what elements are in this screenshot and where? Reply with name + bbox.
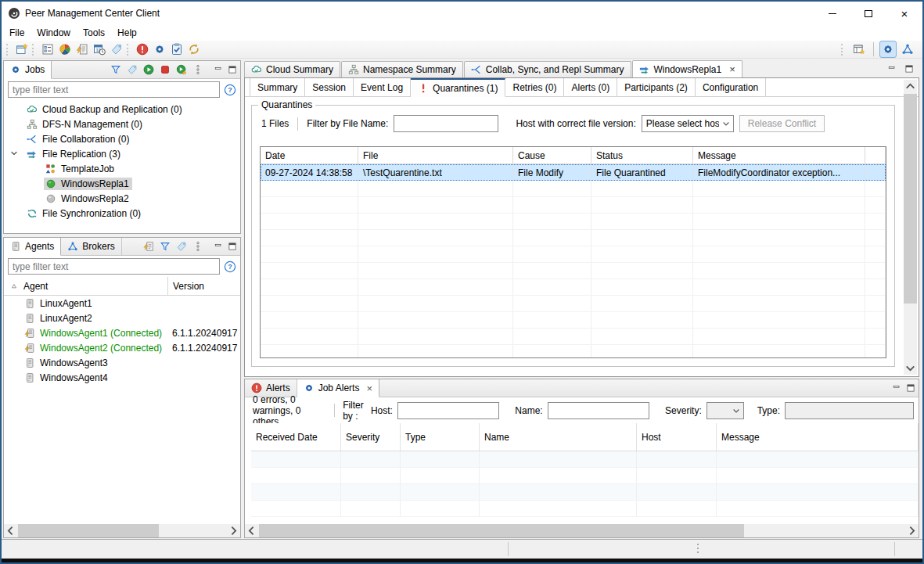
severity-select[interactable] [706,402,744,419]
subtab-participants-2[interactable]: Participants (2) [617,78,696,96]
subtab-event-log[interactable]: Event Log [354,78,411,96]
menu-tools[interactable]: Tools [77,26,111,40]
column-header-host[interactable]: Host [637,423,717,451]
maximize-view-button[interactable] [227,242,238,251]
tag-button[interactable] [175,241,188,252]
scrollbar-thumb[interactable] [259,524,744,537]
maximize-window-button[interactable] [850,2,886,25]
subtab-session[interactable]: Session [305,78,354,96]
summary-pie-button[interactable] [56,42,74,56]
management-perspective-button[interactable] [879,41,897,58]
jobs-filter-input[interactable] [8,81,220,98]
agents-column-agent[interactable]: Agent [4,281,167,292]
editor-tab-windowsrepla1[interactable]: WindowsRepla1× [632,60,742,77]
agent-row-windowsagent4[interactable]: WindowsAgent4 [4,370,240,385]
agent-activity-button[interactable] [74,42,91,56]
tree-item-file-replication-3[interactable]: File Replication (3) [4,146,240,161]
tree-item-windowsrepla2[interactable]: WindowsRepla2 [4,191,240,206]
column-header-cause[interactable]: Cause [513,147,591,163]
alerts-button[interactable] [134,42,151,56]
help-icon[interactable]: ? [224,84,236,96]
maximize-view-button[interactable] [905,383,916,393]
scroll-right-icon[interactable] [905,524,919,537]
maximize-editor-button[interactable] [902,63,916,74]
schedule-button[interactable]: 12 [91,42,108,56]
release-conflict-button[interactable]: Release Conflict [739,115,825,132]
tree-item-dfs-n-management-0[interactable]: DFS-N Management (0) [4,117,240,131]
maximize-view-button[interactable] [227,65,238,74]
tree-item-cloud-backup-and-replication-0[interactable]: Cloud Backup and Replication (0) [4,102,240,117]
minimize-view-button[interactable] [213,242,224,251]
filter-button[interactable] [159,241,171,252]
quarantine-row[interactable]: 09-27-2024 14:38:58\TestQuarentine.txtFi… [261,164,886,181]
agent-row-windowsagent3[interactable]: WindowsAgent3 [4,355,240,370]
agents-column-version[interactable]: Version [167,277,240,295]
tab-agents[interactable]: Agents [4,238,61,256]
subtab-configuration[interactable]: Configuration [696,78,766,96]
column-header-severity[interactable]: Severity [341,423,401,451]
column-header-name[interactable]: Name [480,423,637,451]
column-header-file[interactable]: File [358,147,513,163]
column-header-message[interactable]: Message [693,147,865,163]
settings-gear-button[interactable] [151,42,168,56]
editor-vertical-scrollbar[interactable] [904,80,917,375]
scroll-down-icon[interactable] [904,361,917,375]
agent-row-windowsagent2-connected[interactable]: WindowsAgent2 (Connected)6.1.1.20240917 [4,340,240,355]
stop-job-button[interactable] [159,64,171,75]
host-version-select[interactable]: Please select host [642,115,734,132]
column-header-received-date[interactable]: Received Date [251,423,341,451]
scroll-left-icon[interactable] [4,524,17,537]
minimize-window-button[interactable] [814,2,850,25]
tab-jobs[interactable]: Jobs [4,61,52,79]
scrollbar-thumb[interactable] [18,524,159,537]
tree-chevron-icon[interactable] [9,149,19,158]
subtab-quarantines-1[interactable]: Quarantines (1) [411,78,505,97]
menu-help[interactable]: Help [111,26,143,40]
agent-row-linuxagent1[interactable]: LinuxAgent1 [4,296,240,311]
agents-filter-input[interactable] [8,258,220,275]
agent-row-windowsagent1-connected[interactable]: WindowsAgent1 (Connected)6.1.1.20240917 [4,325,240,340]
tag-button[interactable] [126,64,138,75]
menu-window[interactable]: Window [31,26,77,40]
scroll-right-icon[interactable] [227,524,240,537]
help-icon[interactable]: ? [224,260,236,273]
minimize-editor-button[interactable] [885,63,899,74]
subtab-summary[interactable]: Summary [250,78,305,96]
new-job-button[interactable] [13,42,31,56]
menu-file[interactable]: File [3,26,31,40]
open-perspective-button[interactable] [850,41,868,58]
profiles-button[interactable] [39,42,56,56]
editor-tab-cloud-summary[interactable]: Cloud Summary [244,61,340,77]
minimize-view-button[interactable] [891,383,902,393]
start-options-button[interactable] [175,64,188,75]
agents-horizontal-scrollbar[interactable] [4,524,240,537]
file-name-filter-input[interactable] [394,115,498,132]
editor-tab-namespace-summary[interactable]: Namespace Summary [341,61,463,77]
view-menu-button[interactable] [192,64,204,75]
tree-item-file-synchronization-0[interactable]: File Synchronization (0) [4,206,240,221]
agent-row-linuxagent2[interactable]: LinuxAgent2 [4,311,240,325]
scrollbar-thumb[interactable] [904,94,917,304]
subtab-alerts-0[interactable]: Alerts (0) [564,78,617,96]
status-drag-handle[interactable] [697,544,699,553]
agent-activity-button[interactable] [142,241,155,252]
refresh-button[interactable] [185,42,203,56]
column-header-message[interactable]: Message [717,423,919,451]
start-job-button[interactable] [142,64,155,75]
brokers-perspective-button[interactable] [899,41,916,58]
tag-button[interactable] [108,42,125,56]
column-header-type[interactable]: Type [401,423,480,451]
subtab-retries-0[interactable]: Retries (0) [505,78,564,96]
column-header-status[interactable]: Status [591,147,693,163]
tree-item-file-collaboration-0[interactable]: File Collaboration (0) [4,131,240,146]
close-window-button[interactable]: × [886,2,922,25]
scroll-up-icon[interactable] [904,80,917,93]
editor-tab-collab-sync-and-repl-summary[interactable]: Collab, Sync, and Repl Summary [464,61,631,77]
name-filter-input[interactable] [548,402,649,419]
view-menu-button[interactable] [192,241,204,252]
host-filter-input[interactable] [397,402,499,419]
tree-item-templatejob[interactable]: TemplateJob [4,161,240,176]
minimize-view-button[interactable] [213,65,224,74]
checklist-button[interactable] [168,42,185,56]
type-filter-input[interactable] [785,402,914,419]
